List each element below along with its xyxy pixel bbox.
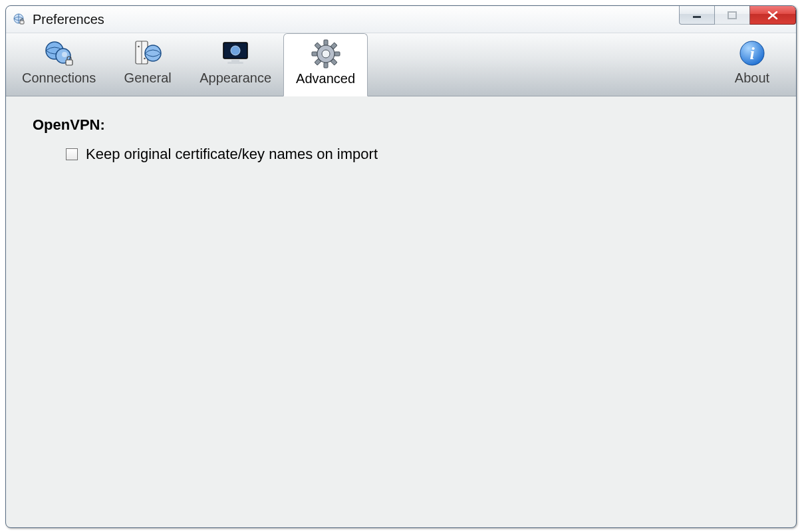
- toolbar-spacer: [368, 33, 712, 96]
- app-icon: [11, 12, 26, 27]
- option-label: Keep original certificate/key names on i…: [86, 146, 378, 163]
- svg-rect-8: [66, 60, 72, 65]
- maximize-icon: [728, 11, 737, 20]
- panel-globe-icon: [132, 37, 164, 69]
- close-button[interactable]: [749, 6, 796, 25]
- svg-point-7: [62, 52, 67, 57]
- preferences-window: Preferences: [5, 5, 797, 528]
- svg-point-11: [138, 46, 140, 48]
- tab-label: General: [124, 70, 172, 86]
- tab-general[interactable]: General: [108, 33, 188, 96]
- svg-point-12: [144, 58, 146, 60]
- gear-icon: [310, 38, 342, 70]
- tab-appearance[interactable]: Appearance: [188, 33, 283, 96]
- monitor-icon: [219, 37, 251, 69]
- tab-label: About: [735, 70, 769, 86]
- section-title-openvpn: OpenVPN:: [33, 116, 769, 134]
- minimize-button[interactable]: [679, 6, 715, 25]
- window-controls: [680, 6, 796, 25]
- svg-rect-16: [231, 60, 239, 62]
- svg-rect-19: [324, 63, 328, 68]
- minimize-icon: [692, 11, 702, 20]
- tab-label: Appearance: [200, 70, 271, 86]
- svg-rect-18: [324, 40, 328, 45]
- close-icon: [767, 11, 779, 20]
- svg-rect-2: [20, 21, 24, 24]
- tab-label: Connections: [22, 70, 96, 86]
- svg-rect-20: [312, 52, 317, 56]
- svg-rect-21: [334, 52, 340, 56]
- tab-about[interactable]: i About: [712, 33, 792, 96]
- svg-point-15: [231, 46, 240, 55]
- svg-point-27: [322, 50, 330, 58]
- svg-point-13: [145, 45, 161, 61]
- option-keep-cert-names[interactable]: Keep original certificate/key names on i…: [66, 146, 769, 163]
- checkbox-icon: [66, 148, 78, 160]
- tab-advanced[interactable]: Advanced: [283, 33, 368, 96]
- tab-label: Advanced: [296, 71, 355, 86]
- maximize-button: [714, 6, 750, 25]
- window-title: Preferences: [33, 12, 104, 27]
- svg-rect-17: [227, 62, 243, 64]
- svg-rect-4: [728, 12, 736, 19]
- toolbar: Connections General: [6, 33, 796, 96]
- content-pane: OpenVPN: Keep original certificate/key n…: [6, 96, 796, 183]
- info-icon: i: [736, 37, 768, 69]
- svg-rect-3: [693, 16, 701, 18]
- globe-lock-icon: [43, 37, 75, 69]
- tab-connections[interactable]: Connections: [10, 33, 108, 96]
- titlebar: Preferences: [6, 6, 796, 33]
- svg-text:i: i: [749, 44, 755, 63]
